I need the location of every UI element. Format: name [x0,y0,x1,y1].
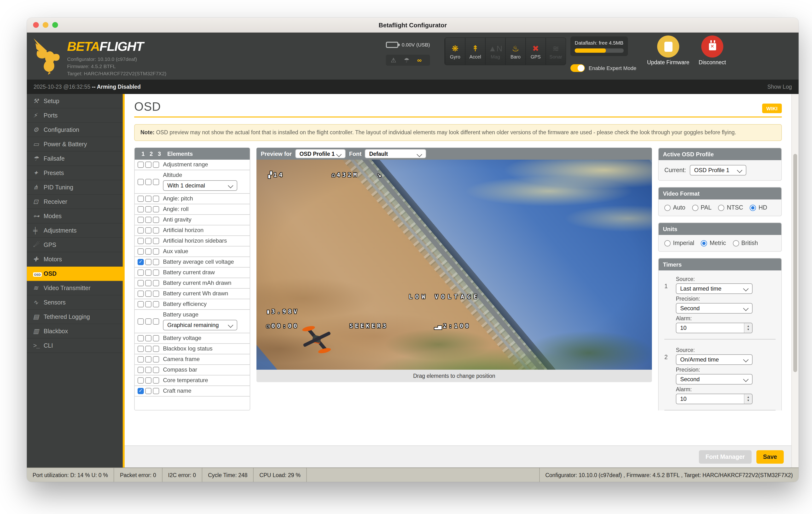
osd-link-quality[interactable]: ▂▄2:100 [435,322,471,330]
radio-icon[interactable] [692,204,698,211]
element-profile3-checkbox[interactable] [153,356,159,363]
timer-precision-select[interactable]: Second [676,374,753,384]
element-profile2-checkbox[interactable] [145,227,151,233]
element-profile2-checkbox[interactable] [145,291,151,297]
element-profile3-checkbox[interactable] [153,196,159,202]
timer-alarm-input[interactable]: 10▲▼ [676,323,753,333]
sidebar-item[interactable]: ⊶ Modes [27,209,123,223]
element-profile1-checkbox[interactable] [138,356,144,363]
disconnect-button[interactable]: Disconnect [690,35,734,66]
element-profile3-checkbox[interactable] [153,388,159,394]
sidebar-item[interactable]: ▭ Power & Battery [27,137,123,151]
osd-home-direction[interactable]: ↘ [377,170,383,179]
element-profile1-checkbox[interactable] [138,318,144,324]
sidebar-item[interactable]: ⊡ Receiver [27,195,123,209]
element-profile1-checkbox[interactable] [138,259,144,265]
units-radio[interactable]: British [733,240,758,247]
update-firmware-button[interactable]: Update Firmware [646,35,690,66]
element-profile2-checkbox[interactable] [145,377,151,383]
element-profile3-checkbox[interactable] [153,259,159,265]
element-profile3-checkbox[interactable] [153,206,159,212]
element-profile3-checkbox[interactable] [153,377,159,383]
element-profile2-checkbox[interactable] [145,356,151,363]
element-profile3-checkbox[interactable] [153,346,159,352]
timer-source-select[interactable]: Last armed time [676,283,753,294]
element-profile1-checkbox[interactable] [138,301,144,307]
element-profile2-checkbox[interactable] [145,388,151,394]
element-profile1-checkbox[interactable] [138,162,144,168]
timer-precision-select[interactable]: Second [676,303,753,314]
element-profile3-checkbox[interactable] [153,291,159,297]
element-profile2-checkbox[interactable] [145,259,151,265]
element-profile1-checkbox[interactable] [138,248,144,255]
timer-alarm-input[interactable]: 10▲▼ [676,394,753,404]
element-profile3-checkbox[interactable] [153,367,159,373]
osd-battery-voltage[interactable]: ▮3.98V [266,308,299,315]
stepper-icons[interactable]: ▲▼ [744,394,752,404]
stepper-icons[interactable]: ▲▼ [744,323,752,333]
element-profile2-checkbox[interactable] [145,367,151,373]
timer-source-select[interactable]: On/Armed time [676,354,753,365]
units-radio[interactable]: Imperial [664,240,694,247]
sidebar-item[interactable]: OSD OSD [27,266,123,281]
sidebar-item[interactable]: ☂ Failsafe [27,151,123,166]
element-profile3-checkbox[interactable] [153,248,159,255]
radio-icon[interactable] [718,204,725,211]
scrollbar-thumb[interactable] [793,154,797,372]
current-profile-select[interactable]: OSD Profile 1 [690,165,746,175]
element-profile2-checkbox[interactable] [145,238,151,244]
element-profile3-checkbox[interactable] [153,335,159,341]
sidebar-item[interactable]: ⚡ Ports [27,108,123,123]
element-profile2-checkbox[interactable] [145,196,151,202]
element-profile1-checkbox[interactable] [138,206,144,212]
element-profile1-checkbox[interactable] [138,196,144,202]
save-button[interactable]: Save [756,450,784,463]
sidebar-item[interactable]: ∿ Sensors [27,295,123,310]
element-variant-select[interactable]: Graphical remaining [163,320,237,331]
element-profile1-checkbox[interactable] [138,280,144,286]
video-format-radio[interactable]: NTSC [718,204,743,211]
element-profile3-checkbox[interactable] [153,238,159,244]
osd-home-distance[interactable]: ⌂432M [332,171,359,178]
show-log-button[interactable]: Show Log [767,84,792,90]
element-profile2-checkbox[interactable] [145,248,151,255]
element-profile1-checkbox[interactable] [138,388,144,394]
units-radio[interactable]: Metric [701,240,726,247]
osd-warning-text[interactable]: LOW VOLTAGE [409,293,480,300]
expert-mode-toggle[interactable] [571,64,585,72]
element-profile1-checkbox[interactable] [138,291,144,297]
element-profile1-checkbox[interactable] [138,377,144,383]
element-profile2-checkbox[interactable] [145,179,151,185]
element-profile1-checkbox[interactable] [138,335,144,341]
radio-icon[interactable] [750,204,756,211]
sidebar-item[interactable]: ≋ Video Transmitter [27,281,123,295]
element-profile1-checkbox[interactable] [138,238,144,244]
sidebar-item[interactable]: ╪ Adjustments [27,223,123,238]
sidebar-item[interactable]: ✚ Motors [27,252,123,266]
element-profile1-checkbox[interactable] [138,217,144,223]
sidebar-item[interactable]: ✦ Presets [27,166,123,180]
element-profile3-checkbox[interactable] [153,318,159,324]
element-profile2-checkbox[interactable] [145,280,151,286]
element-profile2-checkbox[interactable] [145,162,151,168]
element-profile3-checkbox[interactable] [153,269,159,276]
video-format-radio[interactable]: Auto [664,204,685,211]
element-profile3-checkbox[interactable] [153,217,159,223]
element-profile2-checkbox[interactable] [145,301,151,307]
element-profile1-checkbox[interactable] [138,227,144,233]
element-profile3-checkbox[interactable] [153,227,159,233]
sidebar-item[interactable]: ⚙ Configuration [27,123,123,137]
element-profile1-checkbox[interactable] [138,269,144,276]
element-profile3-checkbox[interactable] [153,301,159,307]
radio-icon[interactable] [733,240,739,246]
sidebar-item[interactable]: >_ CLI [27,339,123,353]
font-manager-button[interactable]: Font Manager [699,450,752,463]
element-profile2-checkbox[interactable] [145,318,151,324]
sidebar-item[interactable]: ▤ Tethered Logging [27,310,123,324]
element-profile1-checkbox[interactable] [138,346,144,352]
sidebar-item[interactable]: ⚒ Setup [27,94,123,108]
osd-fly-timer[interactable]: ◷00:00 [266,322,299,330]
osd-sat-count[interactable]: ▞14 [268,171,285,178]
element-profile3-checkbox[interactable] [153,179,159,185]
element-profile2-checkbox[interactable] [145,206,151,212]
